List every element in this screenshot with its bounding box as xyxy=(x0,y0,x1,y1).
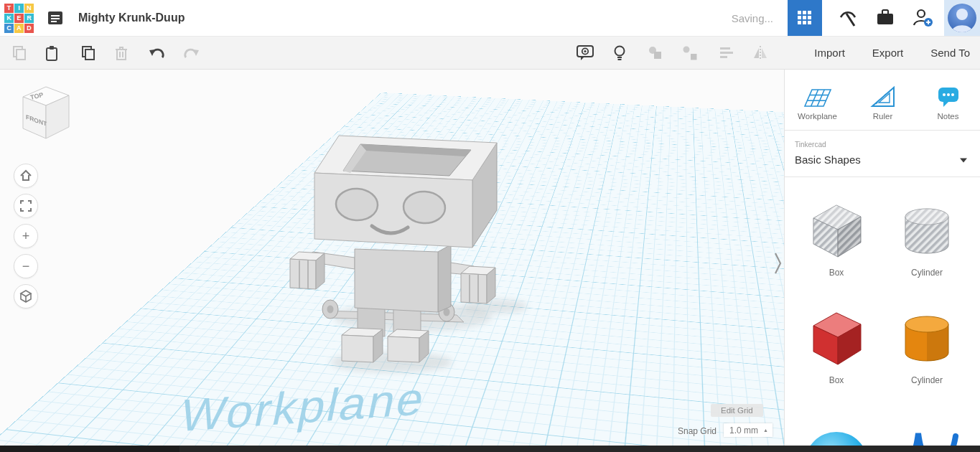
my-designs-menu-icon[interactable] xyxy=(45,8,65,28)
shape-scribble-partial[interactable] xyxy=(892,428,961,446)
account-avatar[interactable] xyxy=(944,0,980,36)
ungroup-icon[interactable] xyxy=(679,42,701,64)
shapes-panel: Workplane Ruler Notes Tinkercad Basic Sh… xyxy=(784,70,980,446)
shape-cylinder[interactable]: Cylinder xyxy=(892,307,961,385)
panel-tool-ruler[interactable]: Ruler xyxy=(850,78,915,121)
dashboard-grid-button[interactable] xyxy=(788,0,822,36)
ruler-tool-icon xyxy=(850,78,915,108)
duplicate-icon[interactable] xyxy=(78,42,99,64)
workplane-tool-icon xyxy=(785,78,850,108)
red-box-icon xyxy=(802,307,871,369)
scribble-icon xyxy=(892,428,961,446)
shape-sphere-partial[interactable] xyxy=(802,428,871,446)
paste-icon[interactable] xyxy=(41,42,62,64)
chevron-right-icon xyxy=(773,250,783,277)
library-brand: Tinkercad xyxy=(795,141,826,149)
bottom-edge-segment xyxy=(0,446,179,452)
shape-label: Cylinder xyxy=(892,375,961,385)
snap-grid-label: Snap Grid xyxy=(678,426,717,436)
snap-grid-dropdown[interactable]: 1.0 mm ▲ xyxy=(724,423,773,437)
logo-tile: D xyxy=(24,24,34,33)
logo-tile: A xyxy=(14,24,24,33)
panel-tool-label: Notes xyxy=(915,112,980,121)
undo-icon[interactable] xyxy=(146,42,168,64)
design-title[interactable]: Mighty Krunk-Duup xyxy=(78,11,185,24)
show-all-notes-icon[interactable] xyxy=(574,42,596,64)
divider xyxy=(785,130,980,131)
panel-tool-workplane[interactable]: Workplane xyxy=(785,78,850,121)
logo-tile: K xyxy=(4,14,14,23)
shape-box[interactable]: Box xyxy=(802,307,871,385)
logo-tile: E xyxy=(14,14,24,23)
lightbulb-icon[interactable] xyxy=(609,42,630,64)
hole-cylinder-icon xyxy=(892,199,961,261)
shape-hole-cylinder[interactable]: Cylinder xyxy=(892,199,961,278)
home-view-button[interactable] xyxy=(14,164,38,188)
edit-grid-button[interactable]: Edit Grid xyxy=(711,404,763,417)
action-toolbar: Import Export Send To xyxy=(0,37,980,70)
align-icon[interactable] xyxy=(715,42,737,64)
grid-icon xyxy=(798,11,812,25)
chevron-up-icon: ▲ xyxy=(763,428,768,433)
export-button[interactable]: Export xyxy=(872,47,903,59)
view-cube[interactable]: TOP FRONT xyxy=(16,80,73,144)
fit-view-button[interactable] xyxy=(14,194,38,218)
avatar-image xyxy=(948,4,976,32)
saving-status: Saving... xyxy=(732,12,773,24)
copy-icon[interactable] xyxy=(9,42,30,64)
mirror-icon[interactable] xyxy=(750,42,771,64)
chevron-down-icon[interactable] xyxy=(959,153,968,166)
logo-tile: R xyxy=(24,14,34,23)
shape-label: Box xyxy=(802,375,871,385)
perspective-toggle-button[interactable] xyxy=(14,284,38,309)
panel-tool-label: Workplane xyxy=(785,112,850,121)
snap-grid-value: 1.0 mm xyxy=(729,425,758,435)
top-bar: T I N K E R C A D Mighty Krunk-Duup Savi… xyxy=(0,0,980,37)
group-icon[interactable] xyxy=(645,42,666,64)
actionbar-buttons: Import Export Send To xyxy=(814,37,970,69)
panel-tool-label: Ruler xyxy=(850,112,915,121)
plus-icon: + xyxy=(22,229,30,244)
notes-tool-icon xyxy=(915,78,980,108)
tinkercad-logo[interactable]: T I N K E R C A D xyxy=(4,4,34,33)
robot-model[interactable] xyxy=(0,70,784,446)
tinkercad-app: T I N K E R C A D Mighty Krunk-Duup Savi… xyxy=(0,0,980,452)
add-user-icon[interactable] xyxy=(911,6,934,29)
send-to-button[interactable]: Send To xyxy=(930,47,970,59)
delete-icon[interactable] xyxy=(111,42,132,64)
logo-tile: C xyxy=(4,24,14,33)
briefcase-icon[interactable] xyxy=(874,6,897,29)
sphere-icon xyxy=(802,428,871,446)
logo-tile: I xyxy=(14,4,24,13)
orange-cylinder-icon xyxy=(892,307,961,369)
minus-icon: − xyxy=(22,259,30,274)
hole-box-icon xyxy=(802,199,871,261)
shape-label: Box xyxy=(802,268,871,278)
shape-hole-box[interactable]: Box xyxy=(802,199,871,278)
topbar-right-cluster: Saving... xyxy=(732,0,980,36)
panel-collapse-handle[interactable] xyxy=(771,249,784,278)
viewport-canvas[interactable]: Workplane xyxy=(0,70,784,446)
divider xyxy=(785,176,980,177)
import-button[interactable]: Import xyxy=(814,47,845,59)
blocks-pickaxe-icon[interactable] xyxy=(836,6,859,29)
logo-tile: N xyxy=(24,4,34,13)
panel-tool-notes[interactable]: Notes xyxy=(915,78,980,121)
logo-tile: T xyxy=(4,4,14,13)
zoom-in-button[interactable]: + xyxy=(14,224,38,248)
shape-label: Cylinder xyxy=(892,268,961,278)
redo-icon[interactable] xyxy=(180,42,202,64)
bottom-window-edge xyxy=(0,446,980,452)
library-dropdown[interactable]: Basic Shapes xyxy=(795,154,861,166)
zoom-out-button[interactable]: − xyxy=(14,254,38,278)
